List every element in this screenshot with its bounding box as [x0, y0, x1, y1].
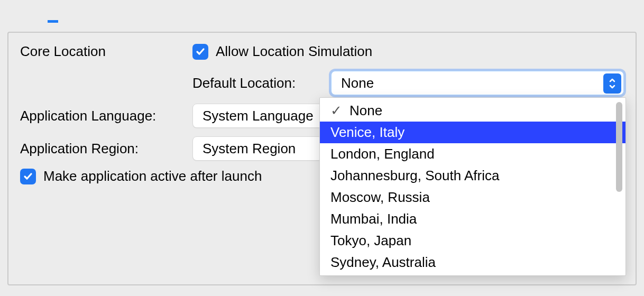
select-stepper-icon [603, 73, 621, 94]
dropdown-item-label: None [344, 103, 382, 119]
default-location-label: Default Location: [20, 75, 331, 91]
dropdown-item-label: Johannesburg, South Africa [330, 168, 499, 184]
dropdown-item[interactable]: Johannesburg, South Africa [320, 165, 625, 187]
application-language-value: System Language [203, 108, 314, 124]
dropdown-item[interactable]: ✓None [320, 100, 625, 122]
checkmark-icon [23, 171, 33, 182]
tab-configuration[interactable] [16, 9, 26, 23]
default-location-value: None [341, 75, 374, 91]
application-language-label: Application Language: [20, 108, 192, 124]
tab-options[interactable] [48, 9, 58, 23]
dropdown-item[interactable]: Tokyo, Japan [320, 230, 625, 252]
dropdown-item[interactable]: Venice, Italy [320, 122, 625, 143]
checkmark-icon: ✓ [330, 103, 344, 119]
application-language-select[interactable]: System Language [192, 104, 341, 128]
allow-location-simulation-label: Allow Location Simulation [216, 43, 372, 60]
make-active-label: Make application active after launch [43, 168, 262, 184]
dropdown-item-label: Venice, Italy [330, 124, 404, 141]
tab-reveal[interactable] [79, 9, 90, 23]
dropdown-item[interactable]: London, England [320, 143, 625, 165]
allow-location-simulation-checkbox[interactable] [192, 44, 208, 60]
default-location-dropdown[interactable]: ✓NoneVenice, ItalyLondon, EnglandJohanne… [319, 97, 626, 276]
dropdown-item[interactable]: Moscow, Russia [320, 187, 625, 208]
default-location-select[interactable]: None [331, 71, 624, 95]
dropdown-item-label: Mumbai, India [330, 211, 417, 227]
make-active-checkbox[interactable] [20, 169, 36, 184]
application-region-select[interactable]: System Region [192, 136, 323, 161]
dropdown-item-label: London, England [330, 146, 435, 162]
dropdown-item-label: Tokyo, Japan [330, 233, 411, 249]
options-panel: Core LocationAllow Location SimulationDe… [7, 32, 637, 285]
dropdown-item-label: Sydney, Australia [330, 254, 436, 271]
scrollbar[interactable] [616, 102, 622, 192]
checkmark-icon [195, 47, 206, 57]
application-region-label: Application Region: [20, 141, 192, 157]
core-location-label: Core Location [20, 43, 192, 60]
dropdown-item[interactable]: Sydney, Australia [320, 252, 625, 273]
dropdown-item[interactable]: Mumbai, India [320, 208, 625, 230]
dropdown-item-label: Moscow, Russia [330, 189, 430, 206]
tab-bar [0, 0, 644, 32]
application-region-value: System Region [203, 141, 296, 157]
